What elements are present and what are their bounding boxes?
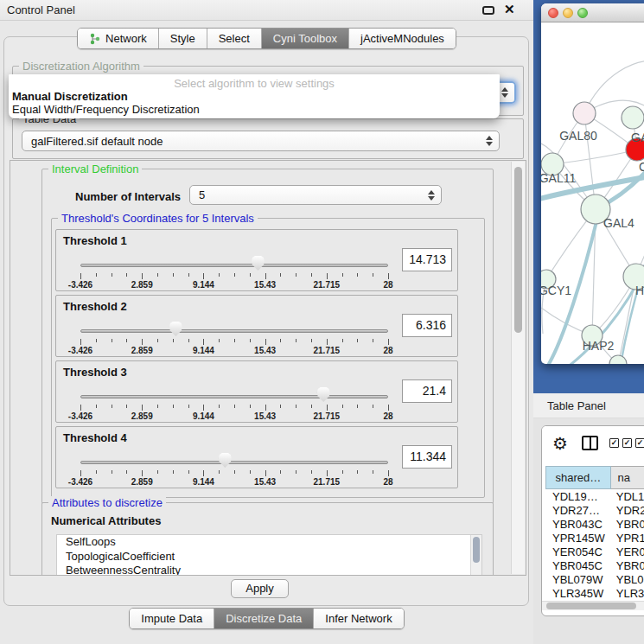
column-header-name[interactable]: na	[611, 466, 644, 489]
minimize-traffic-light-icon[interactable]	[563, 8, 573, 18]
table-cell-name[interactable]: YBR0	[611, 518, 644, 532]
table-panel-title: Table Panel	[547, 399, 606, 412]
tick-mark	[219, 405, 220, 408]
network-canvas[interactable]: GAL80 GA C GAL11 GAL4 GCY1 H HAP2	[541, 22, 644, 364]
tick-mark	[126, 470, 127, 474]
tab-label: Cyni Toolbox	[273, 32, 337, 45]
tab-discretize-data[interactable]: Discretize Data	[214, 609, 314, 628]
table-cell-name[interactable]: YDR2	[611, 504, 644, 518]
interval-definition-group: Interval Definition Number of Intervals …	[41, 169, 494, 504]
table-cell-name[interactable]: YBL0	[611, 573, 644, 587]
close-traffic-light-icon[interactable]	[548, 8, 558, 18]
table-row[interactable]: YBR043CYBR0	[545, 518, 644, 532]
table-cell-shared-name[interactable]: YDL19…	[545, 490, 611, 504]
attribute-list-item[interactable]: TopologicalCoefficient	[57, 550, 481, 564]
number-of-intervals-combobox[interactable]: 5	[189, 185, 442, 205]
slider-track[interactable]	[80, 395, 388, 399]
slider-track[interactable]	[80, 264, 388, 267]
slider-handle[interactable]	[169, 322, 182, 336]
table-row[interactable]: YLR345WYLR3	[545, 587, 644, 601]
threshold-value-field[interactable]: 11.344	[402, 445, 452, 469]
slider-track[interactable]	[80, 329, 388, 333]
slider-track[interactable]	[80, 461, 388, 464]
tick-mark	[112, 339, 112, 342]
table-data-value: galFiltered.sif default node	[31, 135, 163, 148]
dropdown-option-manual[interactable]: Manual Discretization	[9, 90, 500, 103]
tick-mark	[357, 405, 358, 408]
tick-mark	[280, 273, 281, 277]
checkbox-icon[interactable]: ✓	[622, 438, 632, 448]
apply-button[interactable]: Apply	[231, 579, 289, 598]
column-header-shared-name[interactable]: shared…	[545, 466, 611, 489]
tick-label: -3.426	[68, 411, 92, 421]
table-cell-name[interactable]: YBR0	[611, 559, 644, 573]
table-data-combobox[interactable]: galFiltered.sif default node	[22, 131, 500, 151]
scrollbar-thumb[interactable]	[514, 167, 522, 333]
tick-mark	[203, 339, 204, 345]
tab-cyni-toolbox[interactable]: Cyni Toolbox	[262, 29, 349, 48]
zoom-traffic-light-icon[interactable]	[577, 8, 588, 18]
table-cell-name[interactable]: YPR1	[611, 532, 644, 545]
scrollbar-thumb[interactable]	[546, 603, 636, 609]
panel-title: Control Panel	[7, 3, 75, 16]
tick-mark	[219, 339, 220, 342]
attribute-list-item[interactable]: SelfLoops	[57, 535, 481, 550]
network-window[interactable]: GAL80 GA C GAL11 GAL4 GCY1 H HAP2	[541, 3, 644, 364]
threshold-label: Threshold 3	[63, 366, 127, 379]
table-row[interactable]: YBR045CYBR0	[545, 559, 644, 573]
tick-mark	[80, 339, 81, 345]
tab-network[interactable]: Network	[78, 29, 159, 48]
table-cell-name[interactable]: YLR3	[611, 587, 644, 601]
tab-select[interactable]: Select	[207, 29, 262, 48]
slider-handle[interactable]	[317, 387, 330, 402]
gear-icon[interactable]: ⚙	[552, 433, 568, 454]
tick-mark	[342, 470, 343, 474]
node-label-partial-h: H	[635, 284, 644, 297]
tick-mark	[280, 405, 281, 408]
table-cell-shared-name[interactable]: YER054C	[545, 545, 611, 559]
control-panel-titlebar: Control Panel ✕	[0, 0, 533, 21]
vertical-scrollbar[interactable]	[511, 162, 525, 574]
slider-handle[interactable]	[252, 256, 265, 271]
table-cell-name[interactable]: YDL1	[611, 490, 644, 504]
threshold-value-field[interactable]: 14.713	[402, 248, 452, 271]
tick-label: -3.426	[68, 280, 92, 290]
slider-handle[interactable]	[219, 453, 232, 468]
table-row[interactable]: YDR27…YDR2	[545, 504, 644, 518]
horizontal-scrollbar[interactable]	[542, 601, 644, 610]
table-row[interactable]: YER054CYER0	[545, 545, 644, 559]
tab-label: Style	[170, 32, 195, 45]
tab-style[interactable]: Style	[159, 29, 207, 48]
table-cell-shared-name[interactable]: YBR045C	[545, 559, 611, 573]
attribute-list-item[interactable]: BetweennessCentrality	[57, 564, 481, 576]
table-cell-shared-name[interactable]: YBL079W	[545, 573, 611, 587]
float-window-icon[interactable]	[482, 6, 494, 15]
split-columns-icon[interactable]	[582, 436, 598, 450]
table-cell-shared-name[interactable]: YLR345W	[545, 587, 611, 601]
tick-mark	[173, 273, 174, 277]
table-cell-name[interactable]: YER0	[611, 545, 644, 559]
top-tab-bar: Network Style Select Cyni Toolbox jActiv…	[0, 28, 533, 49]
table-row[interactable]: YDL19…YDL1	[545, 490, 644, 504]
list-scrollbar[interactable]	[470, 535, 481, 576]
node-pink[interactable]	[573, 102, 596, 124]
threshold-value-field[interactable]: 21.4	[402, 379, 452, 403]
table-cell-shared-name[interactable]: YPR145W	[545, 532, 611, 545]
threshold-value-field[interactable]: 6.316	[402, 314, 452, 337]
dropdown-option-equal-width[interactable]: Equal Width/Frequency Discretization	[9, 103, 500, 116]
checkbox-icon[interactable]: ✓	[609, 438, 619, 448]
tab-impute-data[interactable]: Impute Data	[130, 609, 214, 628]
close-icon[interactable]: ✕	[504, 2, 515, 17]
tick-mark	[126, 339, 127, 342]
checkbox-icon[interactable]: ✓	[635, 438, 644, 448]
table-cell-shared-name[interactable]: YBR043C	[545, 518, 611, 532]
table-cell-shared-name[interactable]: YDR27…	[545, 504, 611, 518]
node-green-top[interactable]	[622, 106, 644, 129]
tab-jactivemnodules[interactable]: jActiveMNodules	[349, 29, 456, 48]
tab-infer-network[interactable]: Infer Network	[314, 609, 403, 628]
numerical-attributes-list[interactable]: SelfLoopsTopologicalCoefficientBetweenne…	[56, 534, 482, 576]
table-row[interactable]: YPR145WYPR1	[545, 532, 644, 545]
table-row[interactable]: YBL079WYBL0	[545, 573, 644, 587]
node-label-partial-c: C	[639, 160, 644, 174]
node-partial-bottom[interactable]	[609, 355, 627, 364]
